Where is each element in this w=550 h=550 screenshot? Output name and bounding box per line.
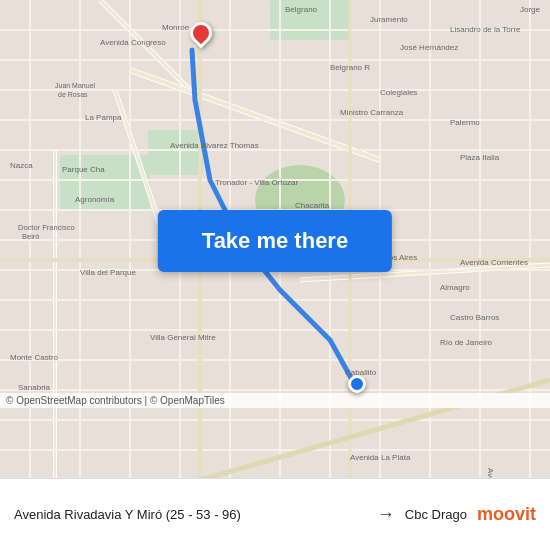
svg-text:de Rosas: de Rosas [58,91,88,98]
svg-text:Sanabria: Sanabria [18,383,51,392]
moovit-logo: moovit [477,504,536,525]
route-to-label: Cbc Drago [405,507,467,522]
map-attribution: © OpenStreetMap contributors | © OpenMap… [0,393,550,408]
svg-text:Tronador - Villa Ortúzar: Tronador - Villa Ortúzar [215,178,298,187]
svg-text:Juramento: Juramento [370,15,408,24]
route-from-label: Avenida Rivadavia Y Miró (25 - 53 - 96) [14,507,367,522]
svg-text:Avenida Corrientes: Avenida Corrientes [460,258,528,267]
svg-text:Belgrano: Belgrano [285,5,318,14]
svg-text:Ministro Carranza: Ministro Carranza [340,108,404,117]
svg-text:Jorge: Jorge [520,5,541,14]
arrow-right-icon: → [377,504,395,525]
route-info: Avenida Rivadavia Y Miró (25 - 53 - 96) … [14,504,467,525]
svg-text:La Pampa: La Pampa [85,113,122,122]
svg-text:Avenida Congreso: Avenida Congreso [100,38,166,47]
svg-text:Doctor Francisco: Doctor Francisco [18,223,75,232]
svg-text:Castro Barros: Castro Barros [450,313,499,322]
svg-text:Parque Cha: Parque Cha [62,165,105,174]
svg-text:Avenida Álvarez Thomas: Avenida Álvarez Thomas [170,141,259,150]
map-container: Belgrano Juramento José Hernández Belgra… [0,0,550,480]
svg-text:Plaza Italia: Plaza Italia [460,153,500,162]
origin-pin [348,375,366,393]
svg-text:Monte Castro: Monte Castro [10,353,59,362]
svg-text:Villa del Parque: Villa del Parque [80,268,136,277]
svg-text:Beiró: Beiró [22,232,40,241]
svg-text:Villa General Mitre: Villa General Mitre [150,333,216,342]
svg-text:Belgrano R: Belgrano R [330,63,370,72]
svg-text:Río de Janeiro: Río de Janeiro [440,338,493,347]
svg-text:Colegiales: Colegiales [380,88,417,97]
svg-text:Almagro: Almagro [440,283,470,292]
svg-text:José Hernández: José Hernández [400,43,458,52]
svg-text:Nazca: Nazca [10,161,33,170]
svg-text:Juan Manuel: Juan Manuel [55,82,96,89]
bottom-bar: Avenida Rivadavia Y Miró (25 - 53 - 96) … [0,478,550,550]
svg-text:Avenida La Plata: Avenida La Plata [350,453,411,462]
svg-text:Lisandro de la Torre: Lisandro de la Torre [450,25,521,34]
svg-text:Monroe: Monroe [162,23,190,32]
svg-rect-2 [148,130,203,175]
moovit-brand-text: moovit [477,504,536,525]
take-me-there-button[interactable]: Take me there [158,210,392,272]
svg-text:Palermo: Palermo [450,118,480,127]
svg-text:Chacarita: Chacarita [295,201,330,210]
destination-pin [190,22,212,44]
svg-text:Agronomía: Agronomía [75,195,115,204]
